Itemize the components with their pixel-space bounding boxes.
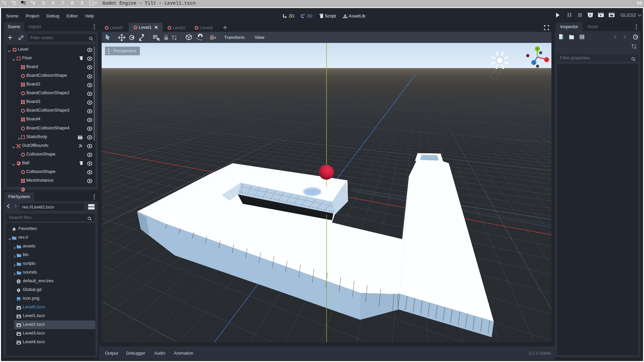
- svg-text:Z: Z: [533, 61, 535, 64]
- svg-text:X: X: [546, 58, 548, 62]
- svg-text:Y: Y: [536, 47, 538, 51]
